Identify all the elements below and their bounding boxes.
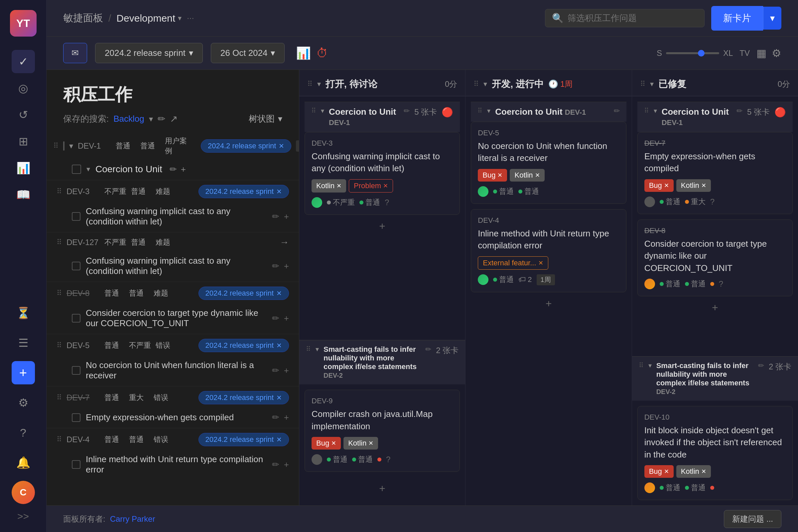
group-collapse-icon[interactable]: ▾ xyxy=(69,141,73,151)
bar-chart-icon[interactable]: 📊 xyxy=(296,46,311,60)
group-checkbox[interactable] xyxy=(63,141,64,151)
question-icon[interactable]: ? xyxy=(719,279,723,289)
item-edit-icon[interactable]: ✏ xyxy=(272,412,279,423)
sidebar-item-new[interactable]: + xyxy=(12,361,35,384)
view-toggle[interactable]: 树状图 ▾ xyxy=(249,113,282,125)
drag-handle-icon[interactable]: ⠿ xyxy=(57,187,62,196)
sidebar-item-history[interactable]: ↺ xyxy=(12,103,35,126)
kanban-card[interactable]: DEV-7 Empty expression-when gets compile… xyxy=(638,132,793,214)
kanban-card[interactable]: DEV-5 No coercion to Unit when function … xyxy=(471,122,626,204)
item-row[interactable]: ⠿ DEV-4 普通 普通 错误 2024.2 release sprint ✕ xyxy=(46,428,299,451)
add-card-btn[interactable]: + xyxy=(471,292,626,315)
drag-handle-icon[interactable]: ⠿ xyxy=(57,393,62,402)
sprint-close-icon[interactable]: ✕ xyxy=(276,341,282,349)
sidebar-item-help[interactable]: ? xyxy=(12,421,35,444)
epic-drag-handle[interactable]: ⠿ xyxy=(477,107,482,115)
tag-close-icon[interactable]: ✕ xyxy=(701,468,706,475)
tag-close-icon[interactable]: ✕ xyxy=(331,440,336,447)
item-row[interactable]: ⠿ DEV-8 普通 普通 难题 2024.2 release sprint ✕ xyxy=(46,282,299,305)
epic-drag-handle[interactable]: ⠿ xyxy=(639,361,644,369)
edit-icon[interactable]: ✏ xyxy=(158,113,165,125)
drag-handle-icon[interactable]: ⠿ xyxy=(57,238,62,247)
sidebar-item-gear[interactable]: ⚙ xyxy=(12,391,35,414)
item-checkbox[interactable] xyxy=(72,212,80,221)
col-drag-handle[interactable]: ⠿ xyxy=(640,80,645,89)
epic-edit-icon[interactable]: ✏ xyxy=(758,361,764,370)
group-add-icon[interactable]: + xyxy=(181,164,186,174)
item-edit-icon[interactable]: ✏ xyxy=(272,365,279,376)
saved-search-link[interactable]: Backlog xyxy=(113,114,144,124)
sprint-tag-close[interactable]: ✕ xyxy=(279,142,284,150)
kanban-card[interactable]: DEV-3 Confusing warning implicit cast to… xyxy=(305,132,460,215)
epic-collapse-icon[interactable]: ▾ xyxy=(316,345,319,353)
arrow-icon[interactable]: → xyxy=(280,237,289,248)
tag-close-icon[interactable]: ✕ xyxy=(383,182,388,190)
item-checkbox[interactable] xyxy=(72,413,80,422)
sidebar-item-book[interactable]: 📖 xyxy=(12,183,35,206)
group-edit-icon[interactable]: ✏ xyxy=(170,164,177,174)
breadcrumb-home[interactable]: 敏捷面板 xyxy=(63,11,103,25)
search-input[interactable] xyxy=(568,13,698,23)
col-collapse-icon[interactable]: ▾ xyxy=(483,80,487,89)
bug-tag[interactable]: Bug ✕ xyxy=(311,437,341,450)
new-card-main-button[interactable]: 新卡片 xyxy=(711,6,763,31)
item-add-icon[interactable]: + xyxy=(284,313,289,324)
item-row[interactable]: ⠿ DEV-3 不严重 普通 难题 2024.2 release sprint … xyxy=(46,180,299,203)
item-checkbox[interactable] xyxy=(72,262,80,270)
question-icon[interactable]: ? xyxy=(385,198,389,207)
group-header-row[interactable]: ⠿ ▾ DEV-1 普通 普通 用户案例 2024.2 release spri… xyxy=(46,131,299,160)
tag-close-icon[interactable]: ✕ xyxy=(337,182,341,190)
tag-close-icon[interactable]: ✕ xyxy=(664,468,669,475)
breadcrumb-more-btn[interactable]: ··· xyxy=(187,13,194,23)
size-track[interactable] xyxy=(666,52,719,54)
kotlin-tag[interactable]: Kotlin ✕ xyxy=(343,437,378,450)
col-collapse-icon[interactable]: ▾ xyxy=(317,80,321,89)
problem-tag[interactable]: Problem ✕ xyxy=(349,179,393,192)
col-drag-handle[interactable]: ⠿ xyxy=(474,80,479,89)
kotlin-tag[interactable]: Kotlin ✕ xyxy=(510,169,544,182)
group-collapse-arrow[interactable]: ▾ xyxy=(87,165,90,174)
drag-handle-icon[interactable]: ⠿ xyxy=(57,341,62,350)
sprint-selector[interactable]: 2024.2 release sprint ▾ xyxy=(95,43,203,63)
item-edit-icon[interactable]: ✏ xyxy=(272,261,279,271)
tag-close-icon[interactable]: ✕ xyxy=(535,172,540,179)
settings-view-icon[interactable]: ⚙ xyxy=(772,47,781,59)
new-card-dropdown-button[interactable]: ▾ xyxy=(763,7,781,30)
bug-tag[interactable]: Bug ✕ xyxy=(644,179,673,192)
new-issue-button[interactable]: 新建问题 ... xyxy=(724,510,781,528)
item-add-icon[interactable]: + xyxy=(284,412,289,423)
item-checkbox[interactable] xyxy=(72,460,80,469)
item-row[interactable]: ⠿ DEV-5 普通 不严重 错误 2024.2 release sprint … xyxy=(46,334,299,357)
item-edit-icon[interactable]: ✏ xyxy=(272,459,279,470)
add-card-btn[interactable]: + xyxy=(305,477,460,500)
tag-close-icon[interactable]: ✕ xyxy=(368,440,374,447)
tag-close-icon[interactable]: ✕ xyxy=(538,259,543,267)
saved-search-dropdown[interactable]: ▾ xyxy=(149,114,153,124)
tag-close-icon[interactable]: ✕ xyxy=(497,172,502,179)
kotlin-tag[interactable]: Kotlin ✕ xyxy=(676,179,711,192)
app-logo[interactable]: YT xyxy=(10,10,37,37)
epic-drag-handle[interactable]: ⠿ xyxy=(311,107,316,115)
pie-chart-icon[interactable]: ⏱ xyxy=(316,46,328,60)
item-checkbox[interactable] xyxy=(72,314,80,323)
epic-edit-icon[interactable]: ✏ xyxy=(737,107,742,115)
item-edit-icon[interactable]: ✏ xyxy=(272,313,279,324)
sprint-close-icon[interactable]: ✕ xyxy=(276,188,282,195)
sidebar-item-grid[interactable]: ⊞ xyxy=(12,130,35,153)
item-edit-icon[interactable]: ✏ xyxy=(272,211,279,222)
epic-drag-handle[interactable]: ⠿ xyxy=(644,107,649,115)
epic-edit-icon[interactable]: ✏ xyxy=(404,107,410,115)
epic-edit-icon[interactable]: ✏ xyxy=(614,107,620,115)
item-add-icon[interactable]: + xyxy=(284,261,289,271)
breadcrumb-current[interactable]: Development ▾ xyxy=(116,13,182,24)
sidebar-item-layers[interactable]: ☰ xyxy=(12,331,35,355)
list-view-icon[interactable]: ▦ xyxy=(757,47,766,59)
item-checkbox[interactable] xyxy=(72,366,80,375)
epic-edit-icon[interactable]: ✏ xyxy=(425,345,431,354)
kanban-card[interactable]: DEV-8 Consider coercion to target type d… xyxy=(638,220,793,296)
kotlin-tag[interactable]: Kotlin ✕ xyxy=(676,465,711,478)
bug-tag[interactable]: Bug ✕ xyxy=(478,169,507,182)
owner-link[interactable]: Carry Parker xyxy=(110,514,155,524)
sidebar-item-check[interactable]: ✓ xyxy=(12,50,35,73)
epic-collapse-icon[interactable]: ▾ xyxy=(648,361,652,369)
